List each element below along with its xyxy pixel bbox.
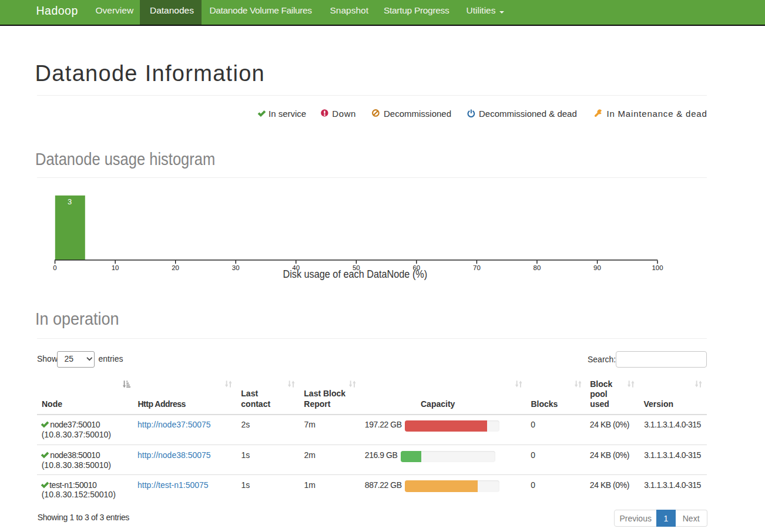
svg-text:10: 10 [112,264,119,271]
svg-text:90: 90 [593,264,601,271]
svg-text:100: 100 [652,264,663,271]
svg-text:70: 70 [473,264,481,271]
svg-text:3: 3 [68,197,72,206]
svg-text:0: 0 [53,264,56,271]
svg-text:30: 30 [232,264,240,271]
svg-text:20: 20 [172,264,179,271]
svg-text:Disk usage of each DataNode (%: Disk usage of each DataNode (%) [283,268,427,280]
svg-text:80: 80 [534,264,541,271]
